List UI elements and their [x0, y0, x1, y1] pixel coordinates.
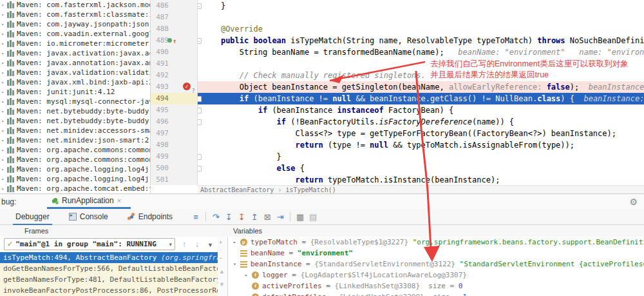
frame-up-icon[interactable]: ↑ [182, 240, 186, 249]
frame-down-icon[interactable]: ↓ [195, 240, 199, 249]
gutter-line-492[interactable]: 492 [151, 70, 197, 81]
frames-scroll-strip[interactable]: + − ▲ ▼ [218, 237, 227, 296]
tree-item-maven-library[interactable]: ▸Maven: net.bytebuddy:byte-buddy-ager [0, 116, 150, 126]
tree-item-maven-library[interactable]: ▸Maven: javax.xml.bind:jaxb-api:2.3.1 [0, 77, 150, 87]
code-line-488[interactable]: @Override [198, 23, 644, 35]
tree-chevron-icon[interactable]: ▸ [0, 32, 6, 37]
step-over-icon[interactable]: ↷ [209, 212, 222, 222]
tab-debugger[interactable]: Debugger [13, 210, 52, 224]
expander-icon[interactable]: ▸ [233, 239, 240, 245]
tree-item-maven-library[interactable]: ▸Maven: org.apache.commons:commons-la [0, 145, 150, 155]
tree-item-maven-library[interactable]: ▸Maven: io.micrometer:micrometer-core [0, 39, 150, 48]
evaluate-expression-icon[interactable]: ▦ [294, 212, 307, 222]
tree-chevron-icon[interactable]: ▸ [0, 51, 6, 56]
session-tab-runapplication[interactable]: RunApplication × [47, 194, 125, 207]
code-line-501[interactable]: return typeToMatch.isInstance(beanInstan… [198, 174, 644, 185]
tree-chevron-icon[interactable]: ▸ [0, 12, 6, 17]
tree-item-maven-library[interactable]: ▸Maven: com.fasterxml.jackson.module: [0, 0, 150, 10]
tree-chevron-icon[interactable]: ▸ [0, 186, 6, 192]
tree-item-maven-library[interactable]: ▸Maven: net.minidev:json-smart:2.3 [0, 135, 150, 145]
gutter-line-496[interactable]: 496 [151, 116, 197, 128]
variable-row-beanInstance[interactable]: ▾beanInstance = {StandardServletEnvironm… [228, 259, 644, 270]
tree-chevron-icon[interactable]: ▸ [0, 167, 6, 172]
tree-chevron-icon[interactable]: ▸ [0, 61, 6, 66]
breakpoint-icon[interactable]: ✓ [183, 83, 191, 90]
tree-chevron-icon[interactable]: ▸ [0, 3, 6, 8]
fold-marker-icon[interactable]: − [198, 38, 202, 44]
tree-item-maven-library[interactable]: ▸Maven: net.bytebuddy:byte-buddy:1.9. [0, 106, 150, 116]
breadcrumb-method[interactable]: isTypeMatch() [285, 186, 336, 193]
code-line-499[interactable]: } [198, 151, 644, 163]
fold-marker-icon[interactable] [198, 96, 202, 102]
gutter-line-499[interactable]: 499 [151, 151, 197, 163]
tree-chevron-icon[interactable]: ▸ [0, 70, 6, 75]
minus-icon[interactable]: − [219, 255, 222, 261]
gutter-line-495[interactable]: 495 [151, 104, 197, 116]
variable-row-typeToMatch[interactable]: ▸ptypeToMatch = {ResolvableType$1@3227} … [228, 237, 644, 248]
override-method-icon[interactable] [167, 38, 172, 43]
tree-chevron-icon[interactable]: ▸ [0, 148, 6, 153]
force-step-into-icon[interactable]: ↧ [235, 212, 248, 222]
tree-chevron-icon[interactable]: ▸ [0, 119, 6, 124]
tree-item-maven-library[interactable]: ▸Maven: org.apache.logging.log4j:log4 [0, 164, 150, 174]
tree-item-maven-library[interactable]: ▸Maven: javax.annotation:javax.annota [0, 58, 150, 68]
code-line-495[interactable]: if (beanInstance instanceof FactoryBean)… [198, 104, 644, 116]
tree-item-maven-library[interactable]: ▸Maven: javax.activation:javax.activa [0, 48, 150, 58]
tree-item-maven-library[interactable]: ▸Maven: org.apache.commons:commons-la [0, 155, 150, 164]
fold-marker-icon[interactable] [198, 108, 202, 113]
layout-settings-icon[interactable]: ▤ [307, 212, 319, 222]
fold-marker-icon[interactable] [198, 154, 202, 160]
gutter-line-493[interactable]: 493✓? [151, 81, 197, 93]
gutter-line-490[interactable]: 490 [151, 46, 197, 58]
filter-funnel-icon[interactable]: ▼ [207, 242, 213, 248]
stack-frame-row[interactable]: isTypeMatch:494, AbstractBeanFactory (or… [0, 252, 218, 263]
tree-chevron-icon[interactable]: ▸ [0, 90, 6, 95]
variable-row-beanName[interactable]: beanName = "environment" [228, 248, 644, 259]
gutter-line-500[interactable]: 500 [151, 163, 197, 174]
code-line-500[interactable]: else { [198, 163, 644, 174]
tree-chevron-icon[interactable]: ▸ [0, 177, 6, 182]
fold-marker-icon[interactable]: − [198, 3, 202, 9]
gutter-line-491[interactable]: 491 [151, 58, 197, 70]
code-line-494[interactable]: ▶ if (beanInstance != null && beanInstan… [198, 93, 644, 104]
gutter-line-494[interactable]: 494 [151, 93, 197, 104]
step-out-icon[interactable]: ↥ [248, 212, 261, 222]
scroll-down-icon[interactable]: ▼ [219, 281, 225, 288]
close-icon[interactable]: × [117, 197, 121, 204]
gutter-line-488[interactable]: 488 [151, 23, 197, 35]
tree-item-maven-library[interactable]: ▸Maven: junit:junit:4.12 [0, 87, 150, 97]
code-line-487[interactable] [198, 12, 644, 23]
variable-row-logger[interactable]: ▸flogger = {LogAdapter$Slf4jLocationAwar… [228, 270, 644, 281]
editor-gutter[interactable]: 486487488489↑490491492493✓?4944954964974… [151, 0, 198, 185]
tree-chevron-icon[interactable]: ▸ [0, 99, 6, 104]
expander-icon[interactable]: ▸ [245, 272, 252, 278]
breadcrumb-class[interactable]: AbstractBeanFactory [200, 186, 274, 193]
gutter-line-486[interactable]: 486 [151, 0, 197, 12]
tree-chevron-icon[interactable]: ▸ [0, 41, 6, 46]
tree-item-maven-library[interactable]: ▸Maven: javax.validation:validation-a [0, 68, 150, 77]
code-line-497[interactable]: Class<?> type = getTypeForFactoryBean((F… [198, 128, 644, 139]
stack-frame-row[interactable]: doGetBeanNamesForType:566, DefaultListab… [0, 263, 218, 274]
code-line-489[interactable]: − public boolean isTypeMatch(String name… [198, 35, 644, 46]
run-to-cursor-icon[interactable]: ⇥ [274, 212, 287, 222]
tree-item-maven-library[interactable]: ▸Maven: com.vaadin.external.google:an [0, 29, 150, 39]
variable-row-activeProfiles[interactable]: factiveProfiles = {LinkedHashSet@3308} s… [228, 281, 644, 291]
tab-console[interactable]: Console [66, 210, 111, 224]
hamburger-menu-icon[interactable]: ≡ [189, 212, 202, 222]
tree-item-maven-library[interactable]: ▸Maven: mysql:mysql-connector-java:5. [0, 97, 150, 106]
tree-item-maven-library[interactable]: ▸Maven: com.jayway.jsonpath:json-path [0, 19, 150, 29]
stack-frame-row[interactable]: getBeanNamesForType:481, DefaultListable… [0, 274, 218, 285]
tree-chevron-icon[interactable]: ▸ [0, 128, 6, 133]
tree-chevron-icon[interactable]: ▸ [0, 157, 6, 163]
editor-code-area[interactable]: − } @Override− public boolean isTypeMatc… [198, 0, 644, 185]
gutter-line-501[interactable]: 501 [151, 174, 197, 186]
tree-item-maven-library[interactable]: ▸Maven: org.apache.logging.log4j:log4 [0, 174, 150, 184]
scroll-up-icon[interactable]: ▲ [219, 268, 225, 275]
tree-chevron-icon[interactable]: ▸ [0, 109, 6, 114]
code-line-498[interactable]: return (type != null && typeToMatch.isAs… [198, 139, 644, 151]
code-line-486[interactable]: − } [198, 0, 644, 12]
drop-frame-icon[interactable]: ⊠ [261, 212, 274, 222]
tree-item-maven-library[interactable]: ▸Maven: org.apache.tomcat.embed:tomca [0, 184, 150, 193]
tree-chevron-icon[interactable]: ▸ [0, 138, 6, 143]
stack-frame-row[interactable]: invokeBeanFactoryPostProcessors:86, Post… [0, 285, 218, 296]
